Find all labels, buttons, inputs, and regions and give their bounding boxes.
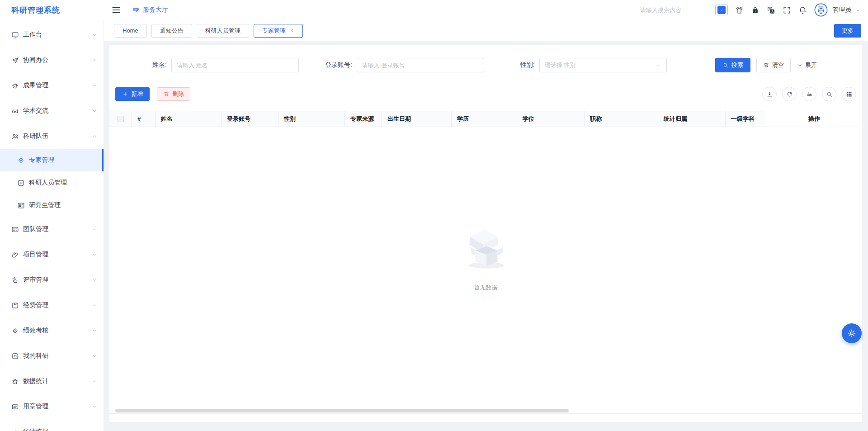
close-icon[interactable]: [289, 28, 294, 33]
username[interactable]: 管理员: [832, 6, 851, 14]
delete-button[interactable]: 删除: [157, 87, 190, 101]
chevron-down-icon: [797, 62, 803, 68]
header-icons: 中A: [715, 5, 807, 15]
bell-icon[interactable]: [798, 6, 807, 14]
sidebar-item[interactable]: 评审管理: [0, 267, 104, 293]
sidebar-item-label: 成果管理: [23, 81, 48, 90]
chevron-down-icon: [92, 353, 97, 359]
sidebar-item[interactable]: 成果管理: [0, 73, 104, 98]
sidebar-item-label: 我的科研: [23, 352, 48, 360]
select-all-checkbox[interactable]: [118, 116, 124, 122]
lock-icon[interactable]: [751, 6, 760, 14]
more-button[interactable]: 更多: [834, 24, 861, 38]
chevron-down-icon: [92, 57, 97, 63]
user-menu-chevron-down-icon[interactable]: [855, 7, 861, 13]
sidebar-item[interactable]: 工作台: [0, 22, 104, 47]
horizontal-scrollbar[interactable]: [115, 409, 569, 412]
sidebar-item-label: 评审管理: [23, 276, 48, 284]
tshirt-icon[interactable]: [735, 6, 744, 14]
refresh-button[interactable]: [782, 87, 797, 101]
sidebar-item-label: 数据统计: [23, 377, 48, 385]
column-header: #: [132, 111, 156, 127]
chevron-down-icon: [92, 227, 97, 232]
sidebar-item[interactable]: 科研队伍: [0, 123, 104, 149]
add-button[interactable]: 新增: [115, 87, 150, 101]
delete-button-label: 删除: [172, 90, 184, 98]
settings-fab[interactable]: [842, 323, 862, 343]
sliders-button[interactable]: [802, 87, 816, 101]
expand-button[interactable]: 展开: [797, 61, 817, 69]
tab-0[interactable]: Home: [114, 24, 147, 38]
paperclip-icon: [11, 251, 19, 259]
trash-icon: [163, 91, 170, 97]
tab-2[interactable]: 科研人员管理: [197, 24, 249, 38]
tab-label: Home: [123, 27, 138, 34]
sidebar-item[interactable]: 用章管理: [0, 394, 104, 419]
sidebar: 工作台协同办公成果管理学术交流科研队伍专家管理科研人员管理研究生管理团队管理项目…: [0, 20, 104, 431]
sidebar-item[interactable]: 数据统计: [0, 369, 104, 394]
filter-gender-group: 性别: 请选择 性别: [520, 58, 667, 72]
sidebar-item-label: 团队管理: [23, 225, 48, 233]
chevron-down-icon: [92, 83, 97, 88]
grid-button[interactable]: [842, 87, 856, 101]
chevron-down-icon: [92, 32, 97, 38]
avatar[interactable]: [814, 3, 828, 17]
chevron-down-icon: [92, 303, 97, 308]
toolbar-icon-buttons: [762, 87, 856, 101]
search-button[interactable]: [822, 87, 836, 101]
empty-state: 暂无数据: [457, 226, 515, 292]
expand-button-label: 展开: [805, 61, 817, 69]
sidebar-subitem[interactable]: 研究生管理: [0, 194, 104, 217]
sidebar-item[interactable]: 经费管理: [0, 293, 104, 318]
sidebar-subitem-label: 研究生管理: [29, 201, 61, 209]
column-header: 职称: [585, 111, 658, 127]
column-header-checkbox: [109, 111, 132, 127]
theme-switcher[interactable]: [715, 5, 728, 15]
chevron-down-icon: [92, 252, 97, 257]
sidebar-item[interactable]: 团队管理: [0, 217, 104, 242]
main-area: Home通知公告科研人员管理专家管理 更多 姓名: 登录账号: 性别:: [104, 20, 868, 431]
column-header: 专家来源: [345, 111, 382, 127]
table-body: 暂无数据: [109, 127, 862, 413]
clear-button-label: 清空: [772, 61, 784, 69]
hamburger-menu-icon[interactable]: [111, 5, 121, 15]
global-search-input[interactable]: [640, 7, 708, 14]
column-header: 姓名: [156, 111, 222, 127]
service-hall-link[interactable]: 服务大厅: [132, 6, 168, 14]
tab-active[interactable]: 专家管理: [254, 24, 303, 38]
clear-button[interactable]: 清空: [756, 58, 791, 72]
column-header: 登录账号: [222, 111, 278, 127]
sidebar-item-label: 项目管理: [23, 251, 48, 259]
search-button[interactable]: 搜索: [715, 58, 750, 72]
tab-label: 科研人员管理: [205, 27, 241, 35]
trash-icon: [763, 62, 769, 68]
tab-1[interactable]: 通知公告: [151, 24, 192, 38]
download-button[interactable]: [762, 87, 777, 101]
translate-icon[interactable]: 中A: [767, 6, 775, 14]
sidebar-subitem-label: 科研人员管理: [29, 179, 67, 187]
gender-select[interactable]: 请选择 性别: [539, 58, 667, 72]
sidebar-subitem[interactable]: 科研人员管理: [0, 171, 104, 194]
name-input[interactable]: [171, 58, 299, 72]
sidebar-item[interactable]: 绩效考核: [0, 318, 104, 343]
sidebar-item[interactable]: 学术交流: [0, 98, 104, 123]
contact-card-icon: [11, 226, 19, 233]
chevron-down-icon: [92, 328, 97, 333]
empty-box-illustration: [457, 226, 515, 273]
chevron-down-icon: [92, 379, 97, 384]
account-input[interactable]: [357, 58, 484, 72]
download-icon: [766, 91, 773, 98]
column-header: 操作: [766, 111, 862, 127]
fullscreen-icon[interactable]: [783, 6, 791, 14]
sidebar-item[interactable]: 统计填报: [0, 419, 104, 431]
chevron-up-icon: [92, 133, 97, 139]
sidebar-item[interactable]: 协同办公: [0, 47, 104, 73]
team-icon: [11, 133, 19, 140]
sidebar-item[interactable]: 项目管理: [0, 242, 104, 267]
sidebar-item-label: 用章管理: [23, 403, 48, 411]
filter-row: 姓名: 登录账号: 性别: 请选择 性别: [109, 45, 862, 72]
sidebar-subitem[interactable]: 专家管理: [0, 149, 104, 171]
sidebar-item[interactable]: 我的科研: [0, 343, 104, 369]
account-label: 登录账号:: [325, 61, 352, 69]
caret-down-icon: [719, 8, 724, 13]
